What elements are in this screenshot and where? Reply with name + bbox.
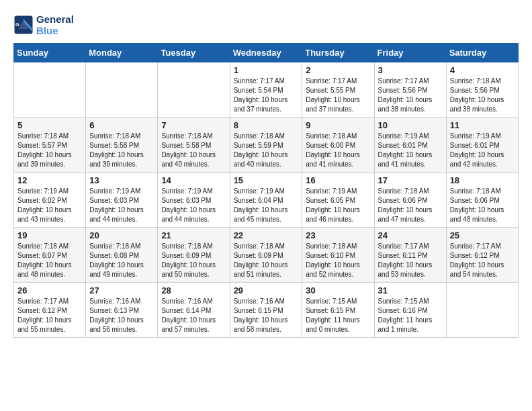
day-info: Sunrise: 7:18 AM Sunset: 5:58 PM Dayligh… [161,132,226,169]
calendar-cell: 3Sunrise: 7:17 AM Sunset: 5:56 PM Daylig… [374,62,446,118]
calendar-cell: 8Sunrise: 7:18 AM Sunset: 5:59 PM Daylig… [230,118,302,173]
calendar-cell: 21Sunrise: 7:18 AM Sunset: 6:09 PM Dayli… [158,228,230,283]
day-number: 5 [17,120,82,130]
calendar-cell: 5Sunrise: 7:18 AM Sunset: 5:57 PM Daylig… [14,118,86,173]
day-info: Sunrise: 7:18 AM Sunset: 6:06 PM Dayligh… [450,187,515,224]
day-info: Sunrise: 7:19 AM Sunset: 6:01 PM Dayligh… [378,132,443,169]
calendar-cell: 30Sunrise: 7:15 AM Sunset: 6:15 PM Dayli… [302,283,374,338]
day-info: Sunrise: 7:16 AM Sunset: 6:14 PM Dayligh… [161,297,226,334]
day-number: 24 [378,230,443,240]
calendar-cell [446,283,518,338]
day-info: Sunrise: 7:16 AM Sunset: 6:15 PM Dayligh… [234,297,299,334]
day-number: 31 [378,285,443,295]
day-info: Sunrise: 7:18 AM Sunset: 5:58 PM Dayligh… [89,132,154,169]
day-number: 15 [234,175,299,185]
day-info: Sunrise: 7:19 AM Sunset: 6:02 PM Dayligh… [17,187,82,224]
calendar-cell: 4Sunrise: 7:18 AM Sunset: 5:56 PM Daylig… [446,62,518,118]
day-info: Sunrise: 7:18 AM Sunset: 5:56 PM Dayligh… [450,77,515,114]
calendar-cell: 14Sunrise: 7:19 AM Sunset: 6:03 PM Dayli… [158,173,230,228]
calendar-cell: 1Sunrise: 7:17 AM Sunset: 5:54 PM Daylig… [230,62,302,118]
day-info: Sunrise: 7:17 AM Sunset: 5:56 PM Dayligh… [378,77,443,114]
calendar-cell [86,62,158,118]
day-number: 23 [306,230,370,240]
day-number: 6 [89,120,154,130]
calendar-cell: 11Sunrise: 7:19 AM Sunset: 6:01 PM Dayli… [446,118,518,173]
day-info: Sunrise: 7:19 AM Sunset: 6:03 PM Dayligh… [161,187,226,224]
day-number: 27 [89,285,154,295]
calendar-cell [14,62,86,118]
weekday-header-row: SundayMondayTuesdayWednesdayThursdayFrid… [14,44,519,62]
day-info: Sunrise: 7:18 AM Sunset: 5:59 PM Dayligh… [234,132,299,169]
calendar-cell: 2Sunrise: 7:17 AM Sunset: 5:55 PM Daylig… [302,62,374,118]
day-number: 22 [234,230,299,240]
day-number: 2 [306,65,370,75]
calendar-cell: 28Sunrise: 7:16 AM Sunset: 6:14 PM Dayli… [158,283,230,338]
day-number: 12 [17,175,82,185]
calendar-cell: 24Sunrise: 7:17 AM Sunset: 6:11 PM Dayli… [374,228,446,283]
week-row-5: 26Sunrise: 7:17 AM Sunset: 6:12 PM Dayli… [14,283,519,338]
day-number: 29 [234,285,299,295]
day-number: 19 [17,230,82,240]
day-info: Sunrise: 7:18 AM Sunset: 6:09 PM Dayligh… [161,242,226,279]
calendar-table: SundayMondayTuesdayWednesdayThursdayFrid… [13,43,519,338]
day-info: Sunrise: 7:17 AM Sunset: 6:11 PM Dayligh… [378,242,443,279]
day-info: Sunrise: 7:18 AM Sunset: 6:07 PM Dayligh… [17,242,82,279]
day-info: Sunrise: 7:17 AM Sunset: 5:54 PM Dayligh… [234,77,299,114]
day-number: 28 [161,285,226,295]
day-number: 13 [89,175,154,185]
day-info: Sunrise: 7:18 AM Sunset: 6:00 PM Dayligh… [306,132,370,169]
week-row-2: 5Sunrise: 7:18 AM Sunset: 5:57 PM Daylig… [14,118,519,173]
weekday-header-monday: Monday [86,44,158,62]
day-number: 4 [450,65,515,75]
day-number: 7 [161,120,226,130]
calendar-cell: 25Sunrise: 7:17 AM Sunset: 6:12 PM Dayli… [446,228,518,283]
day-info: Sunrise: 7:17 AM Sunset: 5:55 PM Dayligh… [306,77,370,114]
calendar-cell: 12Sunrise: 7:19 AM Sunset: 6:02 PM Dayli… [14,173,86,228]
day-info: Sunrise: 7:18 AM Sunset: 6:10 PM Dayligh… [306,242,370,279]
calendar-cell: 31Sunrise: 7:15 AM Sunset: 6:16 PM Dayli… [374,283,446,338]
day-number: 10 [378,120,443,130]
day-number: 9 [306,120,370,130]
day-number: 26 [17,285,82,295]
day-info: Sunrise: 7:17 AM Sunset: 6:12 PM Dayligh… [17,297,82,334]
day-info: Sunrise: 7:15 AM Sunset: 6:15 PM Dayligh… [306,297,370,334]
day-info: Sunrise: 7:17 AM Sunset: 6:12 PM Dayligh… [450,242,515,279]
calendar-cell: 19Sunrise: 7:18 AM Sunset: 6:07 PM Dayli… [14,228,86,283]
day-info: Sunrise: 7:18 AM Sunset: 6:06 PM Dayligh… [378,187,443,224]
calendar-cell: 18Sunrise: 7:18 AM Sunset: 6:06 PM Dayli… [446,173,518,228]
logo-icon: G [13,15,34,35]
weekday-header-sunday: Sunday [14,44,86,62]
calendar-cell: 27Sunrise: 7:16 AM Sunset: 6:13 PM Dayli… [86,283,158,338]
week-row-3: 12Sunrise: 7:19 AM Sunset: 6:02 PM Dayli… [14,173,519,228]
day-number: 1 [234,65,299,75]
day-info: Sunrise: 7:19 AM Sunset: 6:05 PM Dayligh… [306,187,370,224]
calendar-cell: 7Sunrise: 7:18 AM Sunset: 5:58 PM Daylig… [158,118,230,173]
day-number: 3 [378,65,443,75]
day-number: 17 [378,175,443,185]
day-info: Sunrise: 7:18 AM Sunset: 5:57 PM Dayligh… [17,132,82,169]
calendar-cell: 9Sunrise: 7:18 AM Sunset: 6:00 PM Daylig… [302,118,374,173]
day-info: Sunrise: 7:18 AM Sunset: 6:09 PM Dayligh… [234,242,299,279]
logo: G General Blue [13,13,74,36]
calendar-cell: 20Sunrise: 7:18 AM Sunset: 6:08 PM Dayli… [86,228,158,283]
day-info: Sunrise: 7:15 AM Sunset: 6:16 PM Dayligh… [378,297,443,334]
week-row-4: 19Sunrise: 7:18 AM Sunset: 6:07 PM Dayli… [14,228,519,283]
weekday-header-tuesday: Tuesday [158,44,230,62]
day-number: 16 [306,175,370,185]
day-info: Sunrise: 7:19 AM Sunset: 6:01 PM Dayligh… [450,132,515,169]
calendar-cell: 29Sunrise: 7:16 AM Sunset: 6:15 PM Dayli… [230,283,302,338]
day-number: 11 [450,120,515,130]
calendar-cell: 17Sunrise: 7:18 AM Sunset: 6:06 PM Dayli… [374,173,446,228]
weekday-header-saturday: Saturday [446,44,518,62]
logo-line1: General [36,13,74,25]
weekday-header-thursday: Thursday [302,44,374,62]
day-info: Sunrise: 7:19 AM Sunset: 6:03 PM Dayligh… [89,187,154,224]
calendar-cell: 6Sunrise: 7:18 AM Sunset: 5:58 PM Daylig… [86,118,158,173]
day-number: 14 [161,175,226,185]
calendar-cell: 23Sunrise: 7:18 AM Sunset: 6:10 PM Dayli… [302,228,374,283]
weekday-header-wednesday: Wednesday [230,44,302,62]
day-number: 20 [89,230,154,240]
page-header: G General Blue [13,13,519,36]
day-number: 30 [306,285,370,295]
day-number: 8 [234,120,299,130]
